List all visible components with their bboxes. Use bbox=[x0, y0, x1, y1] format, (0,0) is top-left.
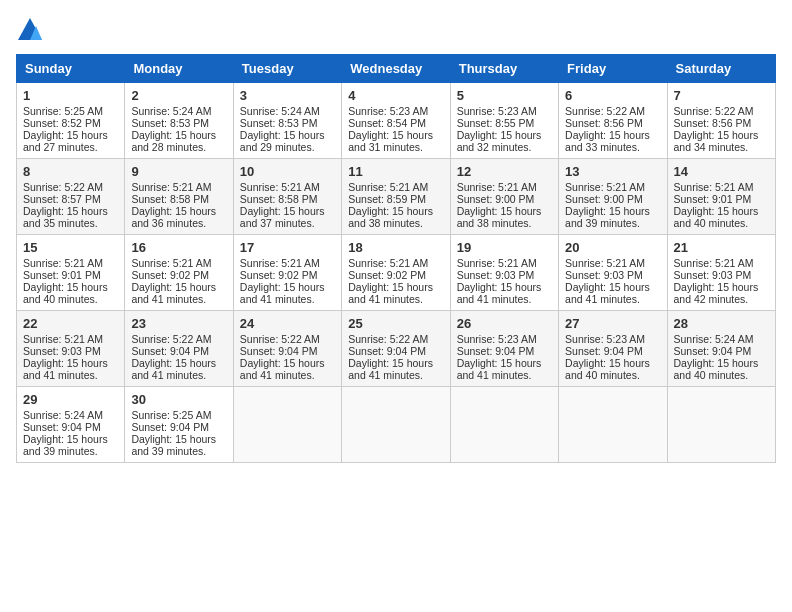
day-content-line: and 41 minutes. bbox=[348, 293, 423, 305]
day-number: 9 bbox=[131, 164, 226, 179]
day-content-line: Sunset: 8:53 PM bbox=[240, 117, 318, 129]
calendar-cell: 11Sunrise: 5:21 AMSunset: 8:59 PMDayligh… bbox=[342, 159, 450, 235]
calendar-cell: 13Sunrise: 5:21 AMSunset: 9:00 PMDayligh… bbox=[559, 159, 667, 235]
day-number: 7 bbox=[674, 88, 769, 103]
day-content-line: Sunset: 9:04 PM bbox=[457, 345, 535, 357]
day-content-line: and 40 minutes. bbox=[674, 217, 749, 229]
day-content-line: and 42 minutes. bbox=[674, 293, 749, 305]
day-content-line: Sunrise: 5:21 AM bbox=[565, 181, 645, 193]
day-number: 19 bbox=[457, 240, 552, 255]
calendar-cell: 15Sunrise: 5:21 AMSunset: 9:01 PMDayligh… bbox=[17, 235, 125, 311]
day-content-line: Sunrise: 5:22 AM bbox=[565, 105, 645, 117]
day-content-line: Sunrise: 5:23 AM bbox=[565, 333, 645, 345]
calendar-cell: 3Sunrise: 5:24 AMSunset: 8:53 PMDaylight… bbox=[233, 83, 341, 159]
day-number: 23 bbox=[131, 316, 226, 331]
day-content-line: Sunrise: 5:21 AM bbox=[457, 257, 537, 269]
day-content-line: Sunrise: 5:21 AM bbox=[23, 333, 103, 345]
day-content-line: Sunrise: 5:21 AM bbox=[131, 181, 211, 193]
day-content-line: Daylight: 15 hours bbox=[23, 357, 108, 369]
day-number: 1 bbox=[23, 88, 118, 103]
day-content-line: and 41 minutes. bbox=[565, 293, 640, 305]
calendar-cell: 22Sunrise: 5:21 AMSunset: 9:03 PMDayligh… bbox=[17, 311, 125, 387]
day-number: 10 bbox=[240, 164, 335, 179]
day-content-line: Sunrise: 5:24 AM bbox=[240, 105, 320, 117]
day-number: 30 bbox=[131, 392, 226, 407]
day-content-line: Sunrise: 5:24 AM bbox=[674, 333, 754, 345]
day-content-line: and 39 minutes. bbox=[23, 445, 98, 457]
calendar-cell: 7Sunrise: 5:22 AMSunset: 8:56 PMDaylight… bbox=[667, 83, 775, 159]
day-content-line: Sunset: 9:04 PM bbox=[240, 345, 318, 357]
day-content-line: Sunset: 9:04 PM bbox=[674, 345, 752, 357]
calendar-cell: 5Sunrise: 5:23 AMSunset: 8:55 PMDaylight… bbox=[450, 83, 558, 159]
day-number: 2 bbox=[131, 88, 226, 103]
day-content-line: Sunset: 9:02 PM bbox=[131, 269, 209, 281]
day-number: 22 bbox=[23, 316, 118, 331]
day-content-line: Sunset: 8:54 PM bbox=[348, 117, 426, 129]
day-content-line: Daylight: 15 hours bbox=[23, 433, 108, 445]
day-content-line: Daylight: 15 hours bbox=[348, 129, 433, 141]
day-content-line: and 32 minutes. bbox=[457, 141, 532, 153]
day-content-line: and 38 minutes. bbox=[348, 217, 423, 229]
day-content-line: Daylight: 15 hours bbox=[23, 205, 108, 217]
calendar-cell: 18Sunrise: 5:21 AMSunset: 9:02 PMDayligh… bbox=[342, 235, 450, 311]
day-number: 17 bbox=[240, 240, 335, 255]
day-content-line: and 41 minutes. bbox=[23, 369, 98, 381]
day-content-line: Daylight: 15 hours bbox=[23, 281, 108, 293]
calendar-week-1: 1Sunrise: 5:25 AMSunset: 8:52 PMDaylight… bbox=[17, 83, 776, 159]
calendar-week-4: 22Sunrise: 5:21 AMSunset: 9:03 PMDayligh… bbox=[17, 311, 776, 387]
day-header-wednesday: Wednesday bbox=[342, 55, 450, 83]
day-content-line: Sunrise: 5:25 AM bbox=[131, 409, 211, 421]
calendar-cell: 26Sunrise: 5:23 AMSunset: 9:04 PMDayligh… bbox=[450, 311, 558, 387]
day-header-thursday: Thursday bbox=[450, 55, 558, 83]
day-content-line: Sunrise: 5:21 AM bbox=[674, 181, 754, 193]
day-content-line: and 29 minutes. bbox=[240, 141, 315, 153]
day-header-saturday: Saturday bbox=[667, 55, 775, 83]
calendar-week-3: 15Sunrise: 5:21 AMSunset: 9:01 PMDayligh… bbox=[17, 235, 776, 311]
day-content-line: Sunrise: 5:22 AM bbox=[674, 105, 754, 117]
calendar-cell: 20Sunrise: 5:21 AMSunset: 9:03 PMDayligh… bbox=[559, 235, 667, 311]
day-number: 12 bbox=[457, 164, 552, 179]
day-content-line: Sunset: 9:04 PM bbox=[131, 421, 209, 433]
day-content-line: Sunset: 8:59 PM bbox=[348, 193, 426, 205]
day-content-line: and 33 minutes. bbox=[565, 141, 640, 153]
day-content-line: Sunset: 9:01 PM bbox=[674, 193, 752, 205]
day-content-line: Sunrise: 5:21 AM bbox=[457, 181, 537, 193]
day-content-line: Daylight: 15 hours bbox=[131, 357, 216, 369]
day-content-line: Daylight: 15 hours bbox=[23, 129, 108, 141]
calendar-cell: 8Sunrise: 5:22 AMSunset: 8:57 PMDaylight… bbox=[17, 159, 125, 235]
day-content-line: Daylight: 15 hours bbox=[131, 281, 216, 293]
day-content-line: Sunrise: 5:22 AM bbox=[131, 333, 211, 345]
day-content-line: Sunrise: 5:24 AM bbox=[23, 409, 103, 421]
day-content-line: and 40 minutes. bbox=[565, 369, 640, 381]
day-content-line: Daylight: 15 hours bbox=[131, 129, 216, 141]
day-number: 15 bbox=[23, 240, 118, 255]
day-content-line: Sunset: 9:03 PM bbox=[23, 345, 101, 357]
calendar-cell bbox=[233, 387, 341, 463]
day-content-line: Daylight: 15 hours bbox=[457, 205, 542, 217]
calendar-cell: 25Sunrise: 5:22 AMSunset: 9:04 PMDayligh… bbox=[342, 311, 450, 387]
day-content-line: and 28 minutes. bbox=[131, 141, 206, 153]
calendar-cell: 17Sunrise: 5:21 AMSunset: 9:02 PMDayligh… bbox=[233, 235, 341, 311]
calendar-header-row: SundayMondayTuesdayWednesdayThursdayFrid… bbox=[17, 55, 776, 83]
day-content-line: Daylight: 15 hours bbox=[674, 281, 759, 293]
day-number: 18 bbox=[348, 240, 443, 255]
day-content-line: Sunrise: 5:23 AM bbox=[457, 105, 537, 117]
page-header bbox=[16, 16, 776, 44]
day-content-line: Daylight: 15 hours bbox=[565, 357, 650, 369]
day-content-line: Sunset: 9:04 PM bbox=[565, 345, 643, 357]
calendar-cell: 16Sunrise: 5:21 AMSunset: 9:02 PMDayligh… bbox=[125, 235, 233, 311]
day-content-line: Daylight: 15 hours bbox=[240, 357, 325, 369]
day-content-line: and 41 minutes. bbox=[348, 369, 423, 381]
day-content-line: Daylight: 15 hours bbox=[131, 205, 216, 217]
calendar-cell: 1Sunrise: 5:25 AMSunset: 8:52 PMDaylight… bbox=[17, 83, 125, 159]
day-header-sunday: Sunday bbox=[17, 55, 125, 83]
day-content-line: Daylight: 15 hours bbox=[457, 281, 542, 293]
day-content-line: Daylight: 15 hours bbox=[348, 205, 433, 217]
day-number: 21 bbox=[674, 240, 769, 255]
calendar-cell: 9Sunrise: 5:21 AMSunset: 8:58 PMDaylight… bbox=[125, 159, 233, 235]
calendar-cell: 4Sunrise: 5:23 AMSunset: 8:54 PMDaylight… bbox=[342, 83, 450, 159]
day-number: 4 bbox=[348, 88, 443, 103]
day-content-line: Sunset: 8:57 PM bbox=[23, 193, 101, 205]
day-content-line: Sunset: 9:03 PM bbox=[674, 269, 752, 281]
day-content-line: and 40 minutes. bbox=[674, 369, 749, 381]
